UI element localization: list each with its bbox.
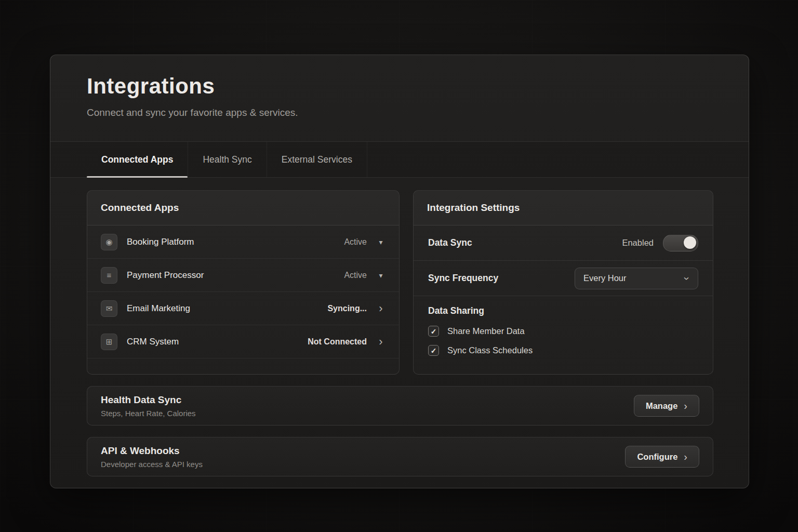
health-data-sync-subtitle: Steps, Heart Rate, Calories — [101, 409, 634, 418]
tab-external-services[interactable]: External Services — [267, 142, 367, 177]
sync-class-schedules-option[interactable]: ✓ Sync Class Schedules — [428, 345, 698, 356]
data-sharing-label: Data Sharing — [428, 305, 698, 316]
sync-frequency-row: Sync Frequency Every Hour › — [414, 261, 713, 296]
desktop-background: Integrations Connect and sync your favor… — [0, 0, 798, 532]
health-data-sync-card: Health Data Sync Steps, Heart Rate, Calo… — [87, 386, 713, 425]
data-sync-toggle[interactable] — [663, 235, 698, 251]
app-status-badge: Not Connected — [308, 337, 367, 347]
health-data-sync-text: Health Data Sync Steps, Heart Rate, Calo… — [101, 394, 634, 418]
app-status-badge: Syncing... — [327, 304, 367, 313]
api-webhooks-text: API & Webhooks Developer access & API ke… — [101, 445, 625, 469]
email-icon-glyph: ✉ — [106, 304, 113, 313]
booking-icon-glyph: ◉ — [105, 237, 112, 247]
app-status-badge: Active — [344, 237, 367, 247]
checkbox-checked-icon[interactable]: ✓ — [428, 326, 439, 337]
chevron-right-icon: › — [684, 401, 687, 411]
health-data-sync-title: Health Data Sync — [101, 394, 634, 406]
tab-connected-apps[interactable]: Connected Apps — [87, 142, 188, 177]
configure-button[interactable]: Configure › — [625, 446, 699, 468]
manage-button[interactable]: Manage › — [634, 395, 699, 417]
app-status-badge: Active — [344, 271, 367, 280]
crm-icon: ⊞ — [101, 334, 117, 350]
crm-icon-glyph: ⊞ — [106, 337, 113, 347]
content-area: Connected Apps ◉ Booking Platform Active… — [87, 190, 713, 375]
page-title: Integrations — [87, 74, 712, 99]
app-name: Email Marketing — [127, 303, 327, 314]
page-subtitle: Connect and sync your favorite apps & se… — [87, 107, 712, 118]
chevron-down-icon[interactable]: ▾ — [376, 271, 385, 280]
share-member-data-option[interactable]: ✓ Share Member Data — [428, 326, 698, 337]
manage-button-label: Manage — [646, 401, 677, 411]
integrations-panel: Integrations Connect and sync your favor… — [50, 55, 749, 488]
chevron-right-icon: › — [684, 451, 687, 462]
payment-icon-glyph: ≡ — [107, 271, 112, 280]
chevron-down-icon: › — [683, 276, 693, 280]
app-row-crm-system[interactable]: ⊞ CRM System Not Connected › — [87, 325, 399, 358]
app-name: Booking Platform — [127, 237, 344, 247]
sync-frequency-label: Sync Frequency — [428, 273, 575, 284]
email-icon: ✉ — [101, 300, 117, 317]
integration-settings-panel: Integration Settings Data Sync Enabled S… — [413, 190, 713, 375]
tab-bar: Connected Apps Health Sync External Serv… — [50, 141, 749, 178]
payment-icon: ≡ — [101, 267, 117, 284]
connected-apps-panel-title: Connected Apps — [87, 191, 399, 225]
app-name: CRM System — [127, 337, 308, 347]
booking-icon: ◉ — [101, 234, 117, 250]
chevron-right-icon[interactable]: › — [376, 338, 385, 345]
sync-frequency-value: Every Hour — [583, 273, 686, 283]
chevron-down-icon[interactable]: ▾ — [376, 238, 385, 246]
app-row-email-marketing[interactable]: ✉ Email Marketing Syncing... › — [87, 292, 399, 325]
api-webhooks-card: API & Webhooks Developer access & API ke… — [87, 437, 713, 476]
app-name: Payment Processor — [127, 270, 344, 281]
data-sync-row: Data Sync Enabled — [414, 225, 713, 261]
connected-apps-panel: Connected Apps ◉ Booking Platform Active… — [87, 190, 400, 375]
checkbox-checked-icon[interactable]: ✓ — [428, 345, 439, 356]
sync-frequency-dropdown[interactable]: Every Hour › — [575, 268, 698, 289]
page-header: Integrations Connect and sync your favor… — [87, 74, 712, 118]
toggle-knob — [684, 236, 696, 249]
api-webhooks-subtitle: Developer access & API keys — [101, 460, 625, 469]
app-row-booking-platform[interactable]: ◉ Booking Platform Active ▾ — [87, 225, 399, 259]
data-sharing-section: Data Sharing ✓ Share Member Data ✓ Sync … — [414, 296, 713, 356]
configure-button-label: Configure — [637, 452, 677, 462]
checkbox-label: Share Member Data — [447, 326, 525, 336]
data-sync-status: Enabled — [622, 238, 654, 248]
checkbox-label: Sync Class Schedules — [447, 345, 533, 355]
api-webhooks-title: API & Webhooks — [101, 445, 625, 457]
integration-settings-title: Integration Settings — [414, 191, 713, 225]
app-row-payment-processor[interactable]: ≡ Payment Processor Active ▾ — [87, 259, 399, 292]
chevron-right-icon[interactable]: › — [376, 305, 385, 312]
data-sync-label: Data Sync — [428, 237, 622, 248]
tab-health-sync[interactable]: Health Sync — [188, 142, 267, 177]
